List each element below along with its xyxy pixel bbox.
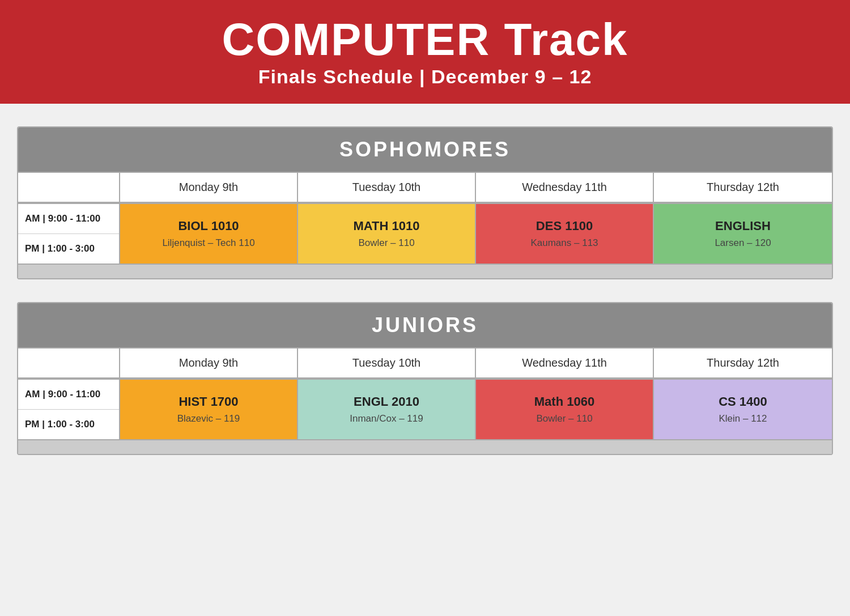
soph-course-thursday: ENGLISH Larsen – 120 <box>654 204 832 264</box>
soph-bottom-row <box>18 264 832 278</box>
day-header-thursday-jun: Thursday 12th <box>654 349 832 379</box>
jun-course-wednesday-instructor: Bowler – 110 <box>536 413 592 424</box>
juniors-section: JUNIORS Monday 9th Tuesday 10th Wednesda… <box>17 302 833 455</box>
jun-course-tuesday-name: ENGL 2010 <box>354 394 419 409</box>
header-title: COMPUTER Track <box>11 17 839 62</box>
juniors-day-headers: Monday 9th Tuesday 10th Wednesday 11th T… <box>18 347 832 379</box>
jun-course-thursday: CS 1400 Klein – 112 <box>654 380 832 439</box>
empty-header-cell-j <box>18 349 120 379</box>
jun-course-tuesday: ENGL 2010 Inman/Cox – 119 <box>298 380 476 439</box>
soph-course-thursday-name: ENGLISH <box>715 219 771 233</box>
sophomores-title: SOPHOMORES <box>28 138 822 162</box>
jun-course-wednesday-name: Math 1060 <box>534 394 594 409</box>
empty-header-cell <box>18 173 120 203</box>
day-header-tuesday-jun: Tuesday 10th <box>298 349 476 379</box>
juniors-title: JUNIORS <box>28 313 822 337</box>
soph-course-tuesday: MATH 1010 Bowler – 110 <box>298 204 476 264</box>
day-header-monday-jun: Monday 9th <box>120 349 298 379</box>
soph-course-wednesday: DES 1100 Kaumans – 113 <box>476 204 654 264</box>
jun-bottom-row <box>18 439 832 454</box>
jun-course-thursday-instructor: Klein – 112 <box>719 413 767 424</box>
sophomores-day-headers: Monday 9th Tuesday 10th Wednesday 11th T… <box>18 172 832 203</box>
soph-course-monday: BIOL 1010 Liljenquist – Tech 110 <box>120 204 298 264</box>
pm-time-slot-soph: PM | 1:00 - 3:00 <box>18 234 119 264</box>
header-title-bold: Track <box>504 14 628 65</box>
sophomores-time-stack: AM | 9:00 - 11:00 PM | 1:00 - 3:00 <box>18 204 120 264</box>
soph-course-wednesday-instructor: Kaumans – 113 <box>530 237 598 249</box>
juniors-header: JUNIORS <box>18 303 832 347</box>
soph-course-monday-name: BIOL 1010 <box>178 219 239 233</box>
am-time-slot-soph: AM | 9:00 - 11:00 <box>18 204 119 234</box>
day-header-wednesday-jun: Wednesday 11th <box>476 349 654 379</box>
page-header: COMPUTER Track Finals Schedule | Decembe… <box>0 0 850 104</box>
juniors-courses-row: AM | 9:00 - 11:00 PM | 1:00 - 3:00 HIST … <box>18 379 832 439</box>
am-time-slot-jun: AM | 9:00 - 11:00 <box>18 380 119 410</box>
day-header-tuesday-soph: Tuesday 10th <box>298 173 476 203</box>
day-header-monday-soph: Monday 9th <box>120 173 298 203</box>
soph-course-monday-instructor: Liljenquist – Tech 110 <box>162 237 254 249</box>
soph-course-thursday-instructor: Larsen – 120 <box>715 237 771 249</box>
sophomores-header: SOPHOMORES <box>18 128 832 172</box>
jun-course-thursday-name: CS 1400 <box>719 394 767 409</box>
day-header-wednesday-soph: Wednesday 11th <box>476 173 654 203</box>
jun-course-monday: HIST 1700 Blazevic – 119 <box>120 380 298 439</box>
jun-course-wednesday: Math 1060 Bowler – 110 <box>476 380 654 439</box>
header-subtitle: Finals Schedule | December 9 – 12 <box>11 66 839 88</box>
soph-course-tuesday-name: MATH 1010 <box>354 219 420 233</box>
pm-time-slot-jun: PM | 1:00 - 3:00 <box>18 410 119 439</box>
soph-course-tuesday-instructor: Bowler – 110 <box>358 237 414 249</box>
jun-course-monday-instructor: Blazevic – 119 <box>177 413 240 424</box>
sophomores-section: SOPHOMORES Monday 9th Tuesday 10th Wedne… <box>17 126 833 279</box>
juniors-time-stack: AM | 9:00 - 11:00 PM | 1:00 - 3:00 <box>18 380 120 439</box>
sophomores-courses-row: AM | 9:00 - 11:00 PM | 1:00 - 3:00 BIOL … <box>18 203 832 264</box>
soph-course-wednesday-name: DES 1100 <box>536 219 593 233</box>
jun-course-tuesday-instructor: Inman/Cox – 119 <box>350 413 423 424</box>
header-title-light: COMPUTER <box>222 14 504 65</box>
jun-course-monday-name: HIST 1700 <box>178 394 238 409</box>
day-header-thursday-soph: Thursday 12th <box>654 173 832 203</box>
